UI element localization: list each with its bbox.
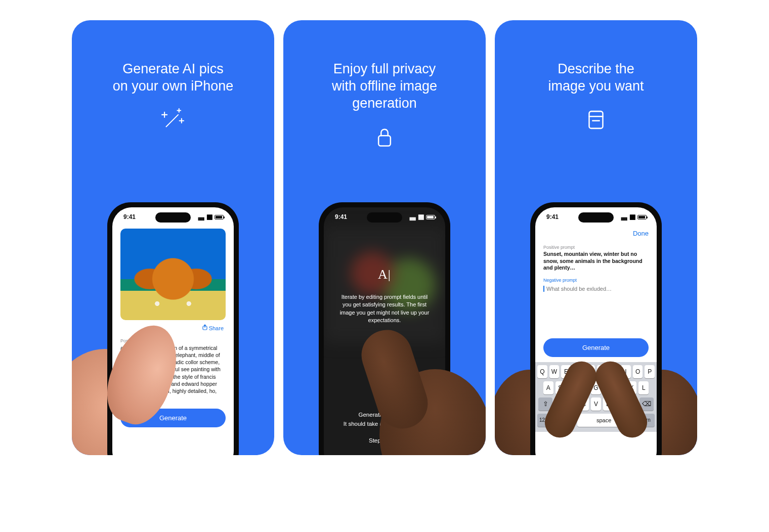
promo-card-3: Describe the image you want 9:41 Done [495,20,697,455]
key-w[interactable]: W [549,365,560,378]
generating-status-line-1: Generating image… [324,410,445,419]
status-icons [409,213,435,220]
battery-icon [637,215,647,219]
key-x[interactable]: X [567,397,577,411]
key-c[interactable]: C [579,397,589,411]
wifi-icon [629,213,635,220]
positive-prompt-label: Positive prompt [120,338,226,343]
status-time: 9:41 [123,213,136,220]
headline: Enjoy full privacy with offline image ge… [283,20,486,121]
key-a[interactable]: A [543,381,553,394]
generation-step: Step 6 of 25 [324,436,445,445]
battery-icon [426,215,435,219]
key-i[interactable]: I [621,365,631,378]
key-r[interactable]: R [573,365,583,378]
key-s[interactable]: S [556,381,566,394]
svg-rect-2 [589,111,603,128]
globe-key[interactable]: 🌐 [552,414,562,427]
signal-icon [620,214,627,219]
status-icons [620,213,647,220]
key-f[interactable]: F [579,381,589,394]
signal-icon [409,214,416,219]
generate-button[interactable]: Generate [120,409,226,427]
wifi-icon [418,213,424,220]
numbers-key[interactable]: 123 [537,414,550,427]
key-v[interactable]: V [591,397,601,411]
key-t[interactable]: T [585,365,595,378]
key-k[interactable]: K [627,381,637,394]
key-d[interactable]: D [567,381,577,394]
ios-keyboard[interactable]: QWERTYUIOP ASDFGHJKL ⇧ ZXCVBNM ⌫ 123 🌐 🎤… [535,362,657,432]
key-e[interactable]: E [561,365,571,378]
positive-prompt-value[interactable]: Sunset, mountain view, winter but no sno… [543,251,649,272]
key-z[interactable]: Z [554,397,565,411]
negative-prompt-input[interactable] [543,286,649,292]
delete-key[interactable]: ⌫ [639,397,654,411]
generate-button[interactable]: Generate [543,338,649,357]
key-n[interactable]: N [615,397,625,411]
note-icon [495,106,697,134]
status-icons [197,213,224,220]
share-icon[interactable] [202,324,207,331]
promo-card-1: Generate AI pics on your own iPhone 9:41 [72,20,274,455]
svg-rect-1 [378,136,391,146]
key-g[interactable]: G [591,381,601,394]
status-time: 9:41 [546,213,559,220]
phone-mockup: 9:41 Share Positive prompt a portrait an… [107,202,239,455]
wifi-icon [206,213,212,220]
positive-prompt-value[interactable]: a portrait and illustration of a symmetr… [120,344,226,402]
mic-key[interactable]: 🎤 [565,414,574,427]
negative-prompt-label: Negative prompt [543,278,649,283]
space-key[interactable]: space [577,414,631,427]
key-m[interactable]: M [627,397,637,411]
promo-card-2: Enjoy full privacy with offline image ge… [283,20,486,455]
signal-icon [197,214,204,219]
shift-key[interactable]: ⇧ [538,397,552,411]
key-l[interactable]: L [638,381,649,394]
return-key[interactable]: return [633,414,655,427]
phone-mockup: 9:41 Done Positive prompt Sunset, mounta… [530,202,662,455]
key-o[interactable]: O [633,365,643,378]
key-h[interactable]: H [603,381,613,394]
lock-icon [283,123,486,150]
status-time: 9:41 [335,213,347,220]
onboarding-tip: Iterate by editing prompt fields until y… [334,293,435,325]
share-button[interactable]: Share [209,325,224,331]
key-u[interactable]: U [609,365,619,378]
key-y[interactable]: Y [597,365,607,378]
positive-prompt-label: Positive prompt [543,245,649,250]
key-j[interactable]: J [615,381,625,394]
done-button[interactable]: Done [633,230,649,237]
key-p[interactable]: P [645,365,655,378]
phone-mockup: 9:41 A| Iterate by editing prompt fields… [319,202,450,455]
headline: Generate AI pics on your own iPhone [72,20,274,104]
text-cursor-icon: A| [334,267,435,282]
headline: Describe the image you want [495,20,697,104]
key-q[interactable]: Q [537,365,547,378]
generated-image-preview [120,229,226,320]
sparkles-wand-icon [72,106,274,134]
generating-status-line-2: It should take about 30 seconds [324,419,445,428]
battery-icon [215,215,224,219]
key-b[interactable]: B [603,397,613,411]
